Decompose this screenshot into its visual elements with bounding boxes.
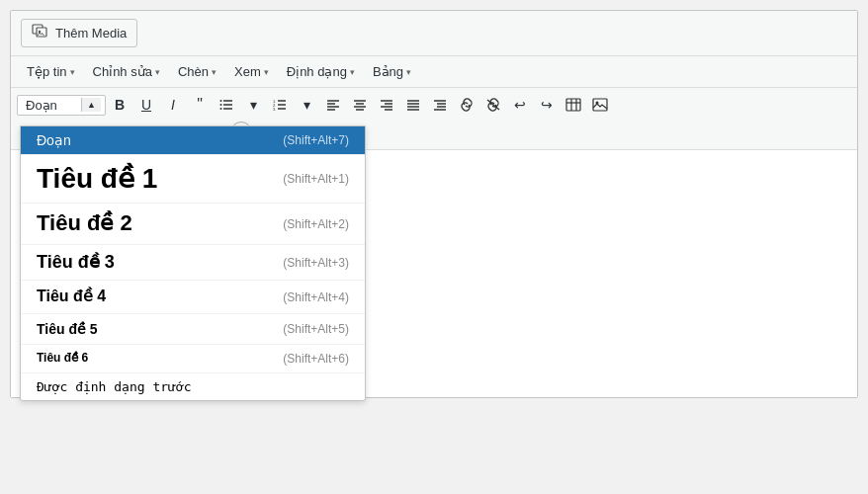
menu-chen-label: Chèn <box>178 64 209 79</box>
list-button[interactable] <box>214 92 239 118</box>
dropdown-h2-label: Tiêu đề 2 <box>37 209 132 238</box>
menu-bang[interactable]: Bảng ▾ <box>365 60 419 83</box>
dropdown-pre-label: Được định dạng trước <box>37 379 192 394</box>
menu-teptin[interactable]: Tệp tin ▾ <box>19 60 83 83</box>
align-center-button[interactable] <box>347 92 373 118</box>
menu-xem-label: Xem <box>234 64 261 79</box>
table-button[interactable] <box>561 92 586 118</box>
dropdown-h3-shortcut: (Shift+Alt+3) <box>283 256 349 270</box>
dropdown-h5-shortcut: (Shift+Alt+5) <box>283 322 349 336</box>
dropdown-item-h5[interactable]: Tiêu đề 5 (Shift+Alt+5) <box>21 314 365 345</box>
dropdown-item-pre[interactable]: Được định dạng trước <box>21 373 365 400</box>
svg-point-8 <box>220 108 222 110</box>
align-left-button[interactable] <box>320 92 346 118</box>
italic-button[interactable]: I <box>160 92 186 118</box>
dropdown-h6-label: Tiêu đề 6 <box>37 351 88 367</box>
dropdown-paragraph-shortcut: (Shift+Alt+7) <box>283 133 349 147</box>
list-dropdown-button[interactable]: ▾ <box>240 92 266 118</box>
svg-rect-40 <box>593 99 607 111</box>
menu-dinhdang-arrow-icon: ▾ <box>350 67 355 77</box>
svg-point-6 <box>220 100 222 102</box>
menu-teptin-arrow-icon: ▾ <box>70 67 75 77</box>
blockquote-button[interactable]: " <box>187 92 213 118</box>
dropdown-paragraph-label: Đoạn <box>37 132 71 148</box>
dropdown-h4-shortcut: (Shift+Alt+4) <box>283 290 349 304</box>
format-select-arrow-icon: ▲ <box>81 98 101 112</box>
menu-bang-arrow-icon: ▾ <box>406 67 411 77</box>
format-select[interactable]: Đoạn ▲ <box>17 95 106 116</box>
top-bar: Thêm Media <box>11 11 857 56</box>
dropdown-item-h2[interactable]: Tiêu đề 2 (Shift+Alt+2) <box>21 204 365 245</box>
align-right-button[interactable] <box>374 92 399 118</box>
dropdown-h5-label: Tiêu đề 5 <box>37 320 98 338</box>
menu-chen-arrow-icon: ▾ <box>212 67 217 77</box>
link-button[interactable] <box>454 92 479 118</box>
unlink-button[interactable] <box>480 92 506 118</box>
editor-container: Thêm Media Tệp tin ▾ Chỉnh sửa ▾ Chèn ▾ … <box>10 10 858 398</box>
dropdown-item-h6[interactable]: Tiêu đề 6 (Shift+Alt+6) <box>21 345 365 373</box>
menu-bar: Tệp tin ▾ Chỉnh sửa ▾ Chèn ▾ Xem ▾ Định … <box>11 56 857 88</box>
menu-dinhdang-label: Định dạng <box>287 64 347 79</box>
ordered-list-button[interactable]: 1.2.3. <box>267 92 293 118</box>
underline-button[interactable]: U <box>133 92 159 118</box>
dropdown-item-h1[interactable]: Tiêu đề 1 (Shift+Alt+1) <box>21 155 365 204</box>
dropdown-h6-shortcut: (Shift+Alt+6) <box>283 352 349 366</box>
format-dropdown: Đoạn (Shift+Alt+7) Tiêu đề 1 (Shift+Alt+… <box>20 125 366 401</box>
undo-button[interactable]: ↩ <box>507 92 533 118</box>
format-select-value: Đoạn <box>26 98 77 113</box>
svg-point-7 <box>220 104 222 106</box>
menu-chinshsua-arrow-icon: ▾ <box>155 67 160 77</box>
toolbar-row1: Đoạn ▲ B U I " ▾ 1.2.3. ▾ <box>17 92 851 118</box>
media-icon <box>32 24 49 42</box>
dropdown-item-h3[interactable]: Tiêu đề 3 (Shift+Alt+3) <box>21 245 365 281</box>
menu-xem[interactable]: Xem ▾ <box>226 60 277 83</box>
dropdown-h1-shortcut: (Shift+Alt+1) <box>283 172 349 186</box>
svg-rect-36 <box>566 99 580 111</box>
justify-button[interactable] <box>400 92 426 118</box>
add-media-label: Thêm Media <box>55 26 127 41</box>
menu-xem-arrow-icon: ▾ <box>264 67 269 77</box>
dropdown-h4-label: Tiêu đề 4 <box>37 287 106 307</box>
menu-chinhsua-label: Chỉnh sửa <box>93 64 152 79</box>
menu-teptin-label: Tệp tin <box>27 64 67 79</box>
svg-text:3.: 3. <box>273 107 276 112</box>
ordered-list-dropdown-button[interactable]: ▾ <box>294 92 319 118</box>
menu-chinhsua[interactable]: Chỉnh sửa ▾ <box>85 60 168 83</box>
dropdown-item-paragraph[interactable]: Đoạn (Shift+Alt+7) <box>21 126 365 155</box>
dropdown-item-h4[interactable]: Tiêu đề 4 (Shift+Alt+4) <box>21 281 365 314</box>
dropdown-h3-label: Tiêu đề 3 <box>37 251 115 274</box>
menu-bang-label: Bảng <box>373 64 403 79</box>
image-button[interactable] <box>587 92 613 118</box>
indent-button[interactable] <box>427 92 453 118</box>
add-media-button[interactable]: Thêm Media <box>21 19 137 47</box>
menu-chen[interactable]: Chèn ▾ <box>170 60 224 83</box>
redo-button[interactable]: ↪ <box>534 92 560 118</box>
dropdown-h1-label: Tiêu đề 1 <box>37 161 157 197</box>
menu-dinhdang[interactable]: Định dạng ▾ <box>279 60 363 83</box>
bold-button[interactable]: B <box>107 92 132 118</box>
dropdown-h2-shortcut: (Shift+Alt+2) <box>283 217 349 231</box>
